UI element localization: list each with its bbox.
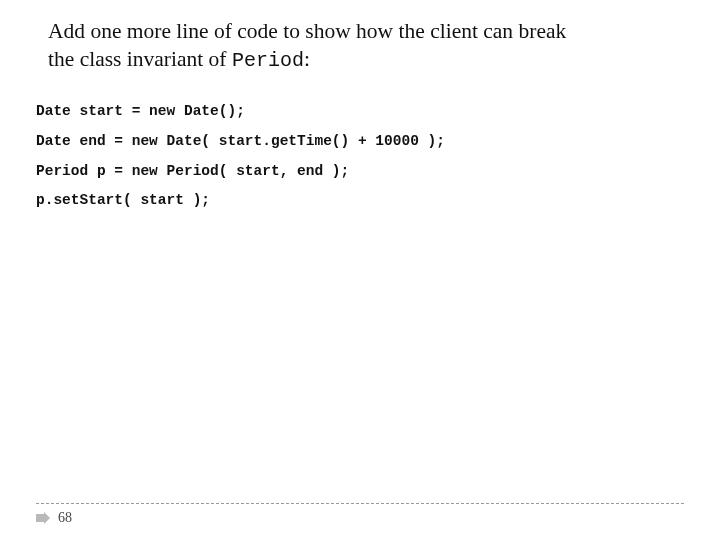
slide-footer: 68 (0, 503, 720, 526)
title-line-2-suffix: : (304, 47, 310, 71)
code-snippet: Date start = new Date(); Date end = new … (0, 73, 720, 216)
page-number: 68 (58, 510, 72, 526)
slide-title: Add one more line of code to show how th… (0, 0, 720, 73)
title-line-2-prefix: the class invariant of (48, 47, 232, 71)
title-line-1: Add one more line of code to show how th… (48, 19, 566, 43)
svg-marker-0 (36, 512, 50, 524)
code-line-4: p.setStart( start ); (36, 192, 210, 208)
title-code-word: Period (232, 49, 304, 72)
page-number-row: 68 (36, 510, 684, 526)
code-line-2: Date end = new Date( start.getTime() + 1… (36, 133, 445, 149)
arrow-right-icon (36, 512, 50, 524)
footer-divider (36, 503, 684, 504)
code-line-1: Date start = new Date(); (36, 103, 245, 119)
slide: Add one more line of code to show how th… (0, 0, 720, 540)
code-line-3: Period p = new Period( start, end ); (36, 163, 349, 179)
